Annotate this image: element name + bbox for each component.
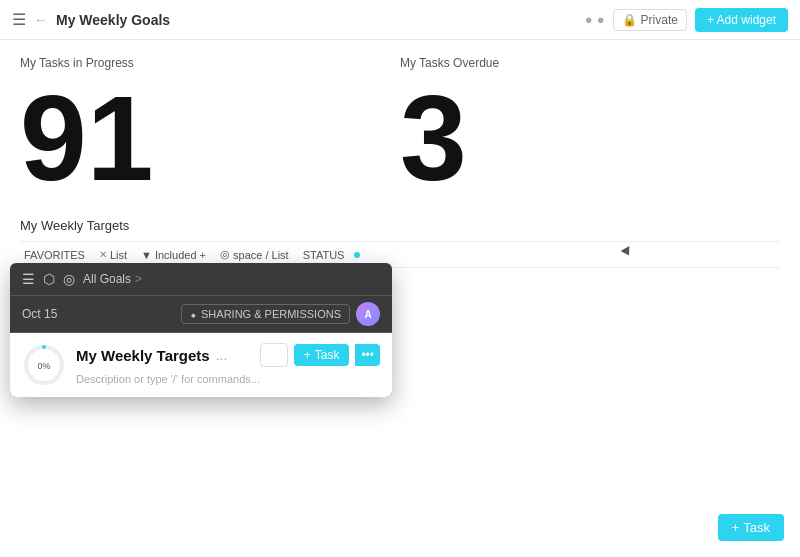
popup-content-area: My Weekly Targets ... + Task ••• Descrip… [76, 343, 380, 385]
plus-icon: + [304, 348, 311, 362]
main-content: My Tasks in Progress 91 My Tasks Overdue… [0, 40, 800, 284]
overdue-value: 3 [400, 78, 780, 198]
lock-icon: 🔒 [622, 13, 637, 27]
popup-task-dropdown-button[interactable]: ••• [355, 344, 380, 366]
popup-modal: ☰ ⬡ ◎ All Goals > Oct 15 ⬥ SHARING & PER… [10, 263, 392, 397]
close-icon: ✕ [99, 249, 107, 260]
filter-favorites[interactable]: FAVORITES [20, 247, 89, 263]
back-icon[interactable]: ← [34, 12, 48, 28]
dot-icon-1: ● [585, 12, 593, 27]
popup-breadcrumb: All Goals > [83, 272, 142, 286]
popup-options-icon[interactable]: ... [216, 347, 228, 363]
popup-menu-icon[interactable]: ☰ [22, 271, 35, 287]
dot-icon-2: ● [597, 12, 605, 27]
popup-add-task-button[interactable]: + Task [294, 344, 350, 366]
user-avatar: A [356, 302, 380, 326]
task-label: Task [743, 520, 770, 535]
included-label: Included + [155, 249, 206, 261]
popup-bookmark-icon[interactable]: ⬡ [43, 271, 55, 287]
header-icons: ● ● [585, 12, 605, 27]
sharing-icon: ⬥ [190, 308, 197, 320]
filter-space[interactable]: ◎ space / List [216, 246, 293, 263]
plus-icon: + [732, 520, 740, 535]
targets-title: My Weekly Targets [20, 218, 780, 233]
overdue-stat: My Tasks Overdue 3 [400, 56, 780, 198]
active-filter-dot [354, 252, 360, 258]
status-label: STATUS [303, 249, 345, 261]
breadcrumb-part1[interactable]: All Goals [83, 272, 131, 286]
popup-white-button[interactable] [260, 343, 288, 367]
header-left: ☰ ← My Weekly Goals [12, 10, 585, 29]
popup-title: My Weekly Targets [76, 347, 210, 364]
list-label: List [110, 249, 127, 261]
space-icon: ◎ [220, 248, 230, 261]
filter-list[interactable]: ✕ List [95, 247, 131, 263]
private-button[interactable]: 🔒 Private [613, 9, 687, 31]
popup-title-row: My Weekly Targets ... + Task ••• [76, 343, 380, 367]
in-progress-stat: My Tasks in Progress 91 [20, 56, 400, 198]
popup-body: 0% My Weekly Targets ... + Task ••• Desc… [10, 333, 392, 397]
progress-ring: 0% [22, 343, 66, 387]
menu-icon[interactable]: ☰ [12, 10, 26, 29]
space-label: space / List [233, 249, 289, 261]
task-label: Task [315, 348, 340, 362]
stats-row: My Tasks in Progress 91 My Tasks Overdue… [20, 56, 780, 198]
breadcrumb-sep: > [135, 272, 142, 286]
popup-date: Oct 15 [22, 307, 57, 321]
popup-header: ☰ ⬡ ◎ All Goals > [10, 263, 392, 296]
favorites-label: FAVORITES [24, 249, 85, 261]
bottom-add-task-button[interactable]: + Task [718, 514, 784, 541]
targets-section: My Weekly Targets FAVORITES ✕ List ▼ Inc… [20, 218, 780, 268]
in-progress-value: 91 [20, 78, 400, 198]
page-title: My Weekly Goals [56, 12, 170, 28]
overdue-label: My Tasks Overdue [400, 56, 780, 70]
sharing-label: SHARING & PERMISSIONS [201, 308, 341, 320]
filter-included[interactable]: ▼ Included + [137, 247, 210, 263]
filter-status[interactable]: STATUS [299, 247, 349, 263]
private-label: Private [641, 13, 678, 27]
filter-icon: ▼ [141, 249, 152, 261]
in-progress-label: My Tasks in Progress [20, 56, 400, 70]
popup-date-bar: Oct 15 ⬥ SHARING & PERMISSIONS A [10, 296, 392, 333]
header-right: ● ● 🔒 Private + Add widget [585, 8, 788, 32]
popup-description[interactable]: Description or type '/' for commands... [76, 373, 380, 385]
sharing-button[interactable]: ⬥ SHARING & PERMISSIONS [181, 304, 350, 324]
app-header: ☰ ← My Weekly Goals ● ● 🔒 Private + Add … [0, 0, 800, 40]
svg-text:0%: 0% [37, 361, 50, 371]
popup-target-icon[interactable]: ◎ [63, 271, 75, 287]
popup-actions: + Task ••• [260, 343, 380, 367]
add-widget-button[interactable]: + Add widget [695, 8, 788, 32]
